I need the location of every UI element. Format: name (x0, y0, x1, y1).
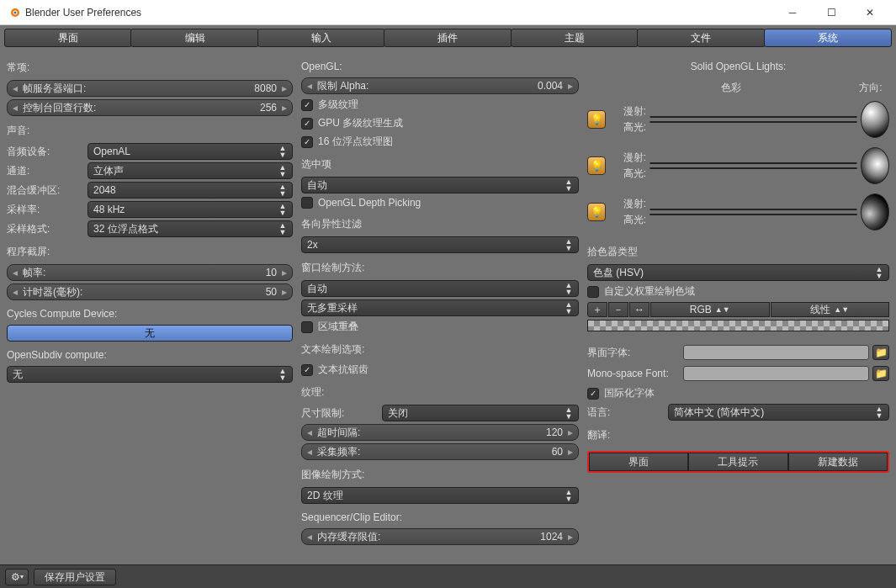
light-1: 💡 漫射:高光: (587, 101, 889, 138)
sound-heading: 声音: (7, 119, 293, 140)
light2-specular[interactable] (649, 167, 857, 169)
selection-heading: 选中项 (301, 152, 579, 174)
clip-alpha[interactable]: ◂限制 Alpha:0.004▸ (301, 77, 579, 94)
remove-color-button[interactable]: － (608, 302, 628, 317)
console-scrollback[interactable]: ◂控制台回查行数:256▸ (7, 99, 293, 116)
light-2: 💡 漫射:高光: (587, 147, 889, 184)
window-title: Blender User Preferences (25, 7, 773, 19)
selection-dropdown[interactable]: 自动▲▼ (301, 177, 579, 193)
tab-themes[interactable]: 主题 (511, 29, 639, 47)
bottom-bar: ⚙▾ 保存用户设置 (0, 564, 896, 588)
texture-timeout[interactable]: ◂超时间隔:120▸ (301, 424, 579, 441)
ui-font-field[interactable] (683, 345, 869, 360)
frame-server-port[interactable]: ◂帧服务器端口:8080▸ (7, 80, 293, 97)
memory-cache-limit[interactable]: ◂内存缓存限值:1024▸ (301, 528, 579, 545)
light2-direction[interactable] (861, 147, 889, 184)
sample-format-dropdown[interactable]: 32 位浮点格式▲▼ (87, 220, 293, 237)
opengl-heading: OpenGL: (301, 56, 579, 75)
size-limit-dropdown[interactable]: 关闭▲▼ (382, 405, 579, 421)
channels-dropdown[interactable]: 立体声▲▼ (87, 162, 293, 179)
add-color-button[interactable]: ＋ (587, 302, 607, 317)
save-user-settings-button[interactable]: 保存用户设置 (34, 569, 116, 585)
multisample-dropdown[interactable]: 无多重采样▲▼ (301, 299, 579, 316)
light3-diffuse[interactable] (649, 209, 857, 210)
tab-system[interactable]: 系统 (764, 29, 892, 47)
mono-font-browse[interactable]: 📁 (872, 366, 889, 381)
lights-heading: Solid OpenGL Lights: (587, 56, 889, 75)
color-ramp[interactable] (587, 320, 889, 331)
light2-diffuse[interactable] (649, 162, 857, 164)
screencast-heading: 程序截屏: (7, 240, 293, 262)
editor-type-icon[interactable]: ⚙▾ (5, 569, 29, 585)
lamp-icon[interactable]: 💡 (587, 110, 606, 129)
region-overlap-checkbox[interactable]: 区域重叠 (301, 319, 579, 335)
light3-direction[interactable] (861, 193, 889, 230)
textures-heading: 纹理: (301, 380, 579, 402)
tab-addons[interactable]: 插件 (384, 29, 512, 47)
maximize-button[interactable]: ☐ (812, 0, 851, 25)
light1-specular[interactable] (649, 121, 857, 123)
opensubdiv-dropdown[interactable]: 无▲▼ (7, 366, 293, 383)
anisotropic-dropdown[interactable]: 2x▲▼ (301, 236, 579, 253)
screencast-fps[interactable]: ◂帧率:10▸ (7, 264, 293, 281)
blender-icon (7, 6, 20, 19)
depth-picking-checkbox[interactable]: OpenGL Depth Picking (301, 196, 579, 209)
close-button[interactable]: ✕ (851, 0, 889, 25)
custom-weight-checkbox[interactable]: 自定义权重绘制色域 (587, 283, 889, 299)
flip-color-button[interactable]: ↔ (629, 302, 649, 317)
gpu-mipmap-checkbox[interactable]: GPU 多级纹理生成 (301, 115, 579, 131)
general-heading: 常项: (7, 56, 293, 77)
image-draw-dropdown[interactable]: 2D 纹理▲▼ (301, 487, 579, 504)
window-draw-dropdown[interactable]: 自动▲▼ (301, 280, 579, 297)
prefs-tabs: 界面 编辑 输入 插件 主题 文件 系统 (5, 29, 891, 47)
window-draw-heading: 窗口绘制方法: (301, 256, 579, 278)
minimize-button[interactable]: ─ (773, 0, 812, 25)
ui-font-browse[interactable]: 📁 (872, 345, 889, 360)
anisotropic-heading: 各向异性过滤 (301, 212, 579, 234)
colorspace-linear[interactable]: 线性 ▲▼ (771, 302, 890, 317)
collection-rate[interactable]: ◂采集频率:60▸ (301, 443, 579, 460)
light-3: 💡 漫射:高光: (587, 193, 889, 230)
svg-point-2 (14, 11, 17, 13)
colorspace-rgb[interactable]: RGB ▲▼ (650, 302, 770, 317)
light1-diffuse[interactable] (649, 116, 857, 118)
image-draw-heading: 图像绘制方式: (301, 463, 579, 485)
tab-interface[interactable]: 界面 (4, 29, 132, 47)
mixing-buffer-dropdown[interactable]: 2048▲▼ (87, 182, 293, 199)
translate-heading: 翻译: (587, 423, 889, 445)
window-titlebar: Blender User Preferences ─ ☐ ✕ (0, 0, 896, 25)
audio-device-dropdown[interactable]: OpenAL▲▼ (87, 143, 293, 160)
translate-tooltips[interactable]: 工具提示 (688, 453, 787, 471)
light3-specular[interactable] (649, 214, 857, 215)
text-antialias-checkbox[interactable]: 文本抗锯齿 (301, 362, 579, 378)
float16-checkbox[interactable]: 16 位浮点纹理图 (301, 134, 579, 150)
color-picker-dropdown[interactable]: 色盘 (HSV)▲▼ (587, 264, 889, 281)
translate-buttons: 界面 工具提示 新建数据 (587, 451, 889, 473)
sequencer-heading: Sequencer/Clip Editor: (301, 506, 579, 526)
screencast-timer[interactable]: ◂计时器(毫秒):50▸ (7, 283, 293, 300)
lamp-icon[interactable]: 💡 (587, 203, 606, 221)
mipmaps-checkbox[interactable]: 多级纹理 (301, 97, 579, 113)
tab-input[interactable]: 输入 (257, 29, 385, 47)
color-picker-heading: 拾色器类型 (587, 240, 889, 262)
translate-newdata[interactable]: 新建数据 (788, 453, 888, 471)
light1-direction[interactable] (861, 101, 889, 138)
lamp-icon[interactable]: 💡 (587, 156, 606, 175)
text-draw-heading: 文本绘制选项: (301, 337, 579, 359)
i18n-checkbox[interactable]: 国际化字体 (587, 385, 889, 401)
tab-file[interactable]: 文件 (637, 29, 765, 47)
cycles-heading: Cycles Compute Device: (7, 303, 293, 322)
language-dropdown[interactable]: 简体中文 (简体中文)▲▼ (668, 404, 889, 421)
cycles-device-button[interactable]: 无 (7, 325, 293, 342)
mono-font-field[interactable] (683, 366, 869, 381)
tab-editing[interactable]: 编辑 (130, 29, 258, 47)
opensubdiv-heading: OpenSubdiv compute: (7, 344, 293, 363)
translate-interface[interactable]: 界面 (589, 453, 688, 471)
sample-rate-dropdown[interactable]: 48 kHz▲▼ (87, 201, 293, 218)
